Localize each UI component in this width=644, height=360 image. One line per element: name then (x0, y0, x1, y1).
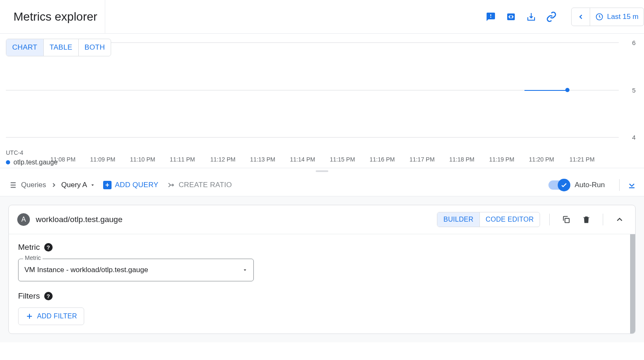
metric-section-label: Metric ? (18, 243, 626, 252)
chevron-right-icon (51, 182, 57, 188)
plus-icon (25, 312, 34, 320)
series-line (524, 90, 567, 91)
x-tick: 11:11 PM (170, 156, 195, 163)
query-name-dropdown[interactable]: Query A (61, 181, 96, 189)
merge-icon (166, 180, 175, 190)
list-icon (8, 180, 17, 190)
link-icon[interactable] (546, 11, 557, 22)
query-panel-header: A workload/otlp.test.gauge BUILDER CODE … (9, 205, 635, 234)
query-name-label: Query A (61, 181, 87, 189)
editor-mode-toggle: BUILDER CODE EDITOR (437, 212, 540, 227)
x-tick: 11:15 PM (330, 156, 355, 163)
dropdown-arrow-icon (90, 182, 96, 188)
view-tabs: CHART TABLE BOTH (6, 39, 111, 56)
code-icon[interactable] (506, 11, 516, 22)
clock-icon (595, 13, 604, 21)
query-badge: A (17, 213, 30, 226)
help-icon[interactable]: ? (44, 292, 53, 300)
metric-value: VM Instance - workload/otlp.test.gauge (24, 266, 148, 274)
x-tick: 11:16 PM (370, 156, 395, 163)
tab-both[interactable]: BOTH (78, 39, 111, 56)
time-range-label: Last 15 m (607, 13, 639, 21)
legend-label: otlp.test.gauge (13, 159, 58, 166)
resize-handle[interactable] (0, 168, 644, 174)
svg-rect-0 (507, 13, 515, 20)
x-tick: 11:17 PM (410, 156, 435, 163)
auto-run-label: Auto-Run (575, 181, 605, 189)
chart-legend[interactable]: otlp.test.gauge (6, 159, 58, 166)
x-tick: 11:19 PM (489, 156, 514, 163)
svg-rect-2 (565, 218, 569, 222)
y-tick: 6 (632, 39, 636, 46)
collapse-queries-button[interactable] (619, 179, 636, 191)
add-filter-button[interactable]: ADD FILTER (18, 307, 84, 325)
scrollbar[interactable] (630, 234, 635, 334)
x-tick: 11:12 PM (210, 156, 235, 163)
x-tick: 11:14 PM (290, 156, 315, 163)
dropdown-arrow-icon (242, 267, 248, 273)
header: Metrics explorer Last 15 m (0, 0, 644, 34)
add-filter-label: ADD FILTER (37, 312, 77, 320)
tab-table[interactable]: TABLE (43, 39, 78, 56)
y-tick: 4 (632, 133, 636, 140)
add-query-button[interactable]: + ADD QUERY (103, 181, 158, 189)
query-title: workload/otlp.test.gauge (36, 215, 431, 224)
copy-query-button[interactable] (559, 215, 573, 224)
queries-label[interactable]: Queries (21, 181, 46, 189)
query-breadcrumb: Queries Query A (8, 180, 96, 190)
x-tick: 11:10 PM (130, 156, 155, 163)
check-icon (560, 181, 568, 189)
plus-box-icon: + (103, 181, 112, 189)
time-range-selector: Last 15 m (571, 8, 644, 26)
query-bar: Queries Query A + ADD QUERY CREATE RATIO… (0, 174, 644, 196)
time-back-button[interactable] (572, 8, 590, 26)
collapse-panel-button[interactable] (612, 215, 627, 224)
x-tick: 11:21 PM (569, 156, 595, 163)
query-panel-body: Metric ? Metric VM Instance - workload/o… (9, 234, 635, 334)
add-query-label: ADD QUERY (115, 181, 158, 189)
x-tick: 11:18 PM (449, 156, 474, 163)
timezone-label: UTC-4 (6, 149, 23, 156)
auto-run-toggle-group: Auto-Run (548, 180, 605, 190)
x-tick: 11:20 PM (529, 156, 554, 163)
tab-chart[interactable]: CHART (6, 39, 43, 56)
query-panel: A workload/otlp.test.gauge BUILDER CODE … (8, 205, 636, 334)
feedback-icon[interactable] (485, 11, 496, 22)
time-range-button[interactable]: Last 15 m (590, 13, 644, 21)
download-icon[interactable] (526, 11, 537, 22)
metric-field-label: Metric (23, 254, 43, 261)
auto-run-toggle[interactable] (548, 180, 569, 190)
code-editor-mode-button[interactable]: CODE EDITOR (479, 212, 540, 227)
series-point (565, 88, 569, 92)
x-tick: 11:09 PM (90, 156, 115, 163)
create-ratio-button[interactable]: CREATE RATIO (166, 180, 232, 190)
y-tick: 5 (632, 86, 636, 93)
filters-section-label: Filters ? (18, 291, 626, 301)
query-panel-area: A workload/otlp.test.gauge BUILDER CODE … (0, 196, 644, 342)
legend-dot-icon (6, 160, 10, 164)
page-title: Metrics explorer (13, 0, 105, 33)
metric-select[interactable]: Metric VM Instance - workload/otlp.test.… (18, 259, 254, 281)
x-tick: 11:13 PM (250, 156, 275, 163)
help-icon[interactable]: ? (44, 243, 53, 251)
builder-mode-button[interactable]: BUILDER (437, 212, 479, 227)
delete-query-button[interactable] (579, 215, 593, 224)
header-actions: Last 15 m (485, 8, 644, 26)
create-ratio-label: CREATE RATIO (178, 181, 232, 189)
